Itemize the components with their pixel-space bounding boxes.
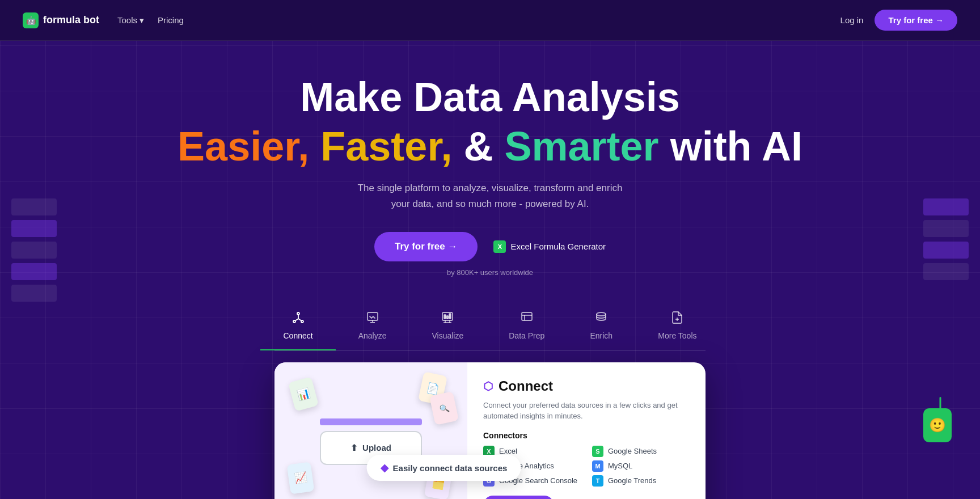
enrich-icon xyxy=(594,311,608,327)
connect-icon xyxy=(292,311,305,327)
hero-word-easier: Easier, xyxy=(178,124,309,169)
logo[interactable]: 🤖 formula bot xyxy=(23,12,99,28)
mysql-connector-icon: M xyxy=(592,460,603,472)
tab-enrich[interactable]: Enrich xyxy=(567,304,635,350)
hero-actions: Try for free → X Excel Formula Generator xyxy=(374,232,606,261)
excel-formula-link[interactable]: X Excel Formula Generator xyxy=(493,240,606,253)
try-free-button-card[interactable]: Try for free → xyxy=(483,496,554,499)
sheets-connector-icon: S xyxy=(592,446,603,457)
navbar-left: 🤖 formula bot Tools ▾ Pricing xyxy=(23,12,184,28)
tab-more-tools-label: More Tools xyxy=(658,331,696,340)
try-free-button-nav[interactable]: Try for free → xyxy=(875,10,957,31)
nav-tools[interactable]: Tools ▾ xyxy=(117,15,144,26)
tab-analyze-label: Analyze xyxy=(358,331,387,340)
svg-line-5 xyxy=(298,319,302,321)
navbar-right: Log in Try for free → xyxy=(840,10,957,31)
hero-title-line2: Easier, Faster, & Smarter with AI xyxy=(178,124,802,169)
float-icon-search: 🔍 xyxy=(429,391,459,425)
svg-rect-11 xyxy=(444,315,446,319)
hero-word-and: & xyxy=(463,124,504,169)
tab-connect-label: Connect xyxy=(283,331,312,340)
connect-title-text: Connect xyxy=(499,378,553,394)
excel-connector-label: Excel xyxy=(499,447,517,455)
svg-rect-14 xyxy=(522,312,532,320)
trends-connector-label: Google Trends xyxy=(608,476,656,485)
sheets-connector-label: Google Sheets xyxy=(608,447,657,455)
try-free-button-hero[interactable]: Try for free → xyxy=(374,232,478,261)
svg-point-0 xyxy=(297,312,299,315)
tabs-row: Connect Analyze Visualize xyxy=(0,304,980,350)
upload-label: Upload xyxy=(362,443,391,453)
brand-name: formula bot xyxy=(43,14,99,26)
visualize-icon xyxy=(441,311,454,327)
connector-sheets: S Google Sheets xyxy=(592,446,690,457)
excel-icon: X xyxy=(493,240,506,253)
mysql-connector-label: MySQL xyxy=(608,462,632,470)
connect-title-icon: ⬡ xyxy=(483,379,493,393)
tooltip-text: Easily connect data sources xyxy=(393,463,508,473)
excel-link-label: Excel Formula Generator xyxy=(510,242,606,251)
easily-connect-tooltip: ◆ Easily connect data sources xyxy=(367,455,521,481)
trends-connector-icon: T xyxy=(592,475,603,487)
more-tools-icon xyxy=(670,311,684,327)
data-prep-icon xyxy=(520,311,534,327)
upload-icon: ⬆ xyxy=(350,443,358,453)
hero-description: The single platform to analyze, visualiz… xyxy=(348,180,632,211)
tab-analyze[interactable]: Analyze xyxy=(336,304,409,350)
tab-connect[interactable]: Connect xyxy=(260,304,335,350)
svg-rect-13 xyxy=(449,314,451,319)
svg-point-17 xyxy=(597,312,606,316)
connectors-label: Connectors xyxy=(483,431,690,440)
hero-word-smarter: Smarter xyxy=(504,124,658,169)
robot-decoration: 🙂 xyxy=(923,408,957,454)
login-link[interactable]: Log in xyxy=(840,15,864,25)
logo-icon: 🤖 xyxy=(23,12,39,28)
tab-visualize[interactable]: Visualize xyxy=(409,304,486,350)
tabs-underline xyxy=(274,350,706,351)
robot-body: 🙂 xyxy=(923,408,952,442)
connect-description: Connect your preferred data sources in a… xyxy=(483,400,690,422)
navbar: 🤖 formula bot Tools ▾ Pricing Log in Try… xyxy=(0,0,980,41)
chevron-down-icon: ▾ xyxy=(140,15,144,26)
card-title: ⬡ Connect xyxy=(483,378,690,394)
float-icon-excel: 📊 xyxy=(288,377,319,411)
analyze-icon xyxy=(366,311,379,327)
tab-data-prep[interactable]: Data Prep xyxy=(486,304,567,350)
tab-data-prep-label: Data Prep xyxy=(509,331,544,340)
float-icon-chart: 📈 xyxy=(287,462,315,494)
hero-word-with: with AI xyxy=(670,124,802,169)
hero-word-faster: Faster, xyxy=(320,124,452,169)
diamond-icon: ◆ xyxy=(381,462,388,474)
hero-users-count: by 800K+ users worldwide xyxy=(447,268,533,277)
tab-visualize-label: Visualize xyxy=(432,331,463,340)
connector-trends: T Google Trends xyxy=(592,475,690,487)
tab-more-tools[interactable]: More Tools xyxy=(635,304,719,350)
svg-rect-12 xyxy=(447,316,449,319)
hero-title-line1: Make Data Analysis xyxy=(300,75,680,120)
svg-line-4 xyxy=(295,319,298,321)
tab-enrich-label: Enrich xyxy=(590,331,612,340)
connector-mysql: M MySQL xyxy=(592,460,690,472)
nav-pricing[interactable]: Pricing xyxy=(158,15,184,25)
nav-links: Tools ▾ Pricing xyxy=(117,15,184,26)
hero-section: Make Data Analysis Easier, Faster, & Sma… xyxy=(0,41,980,304)
